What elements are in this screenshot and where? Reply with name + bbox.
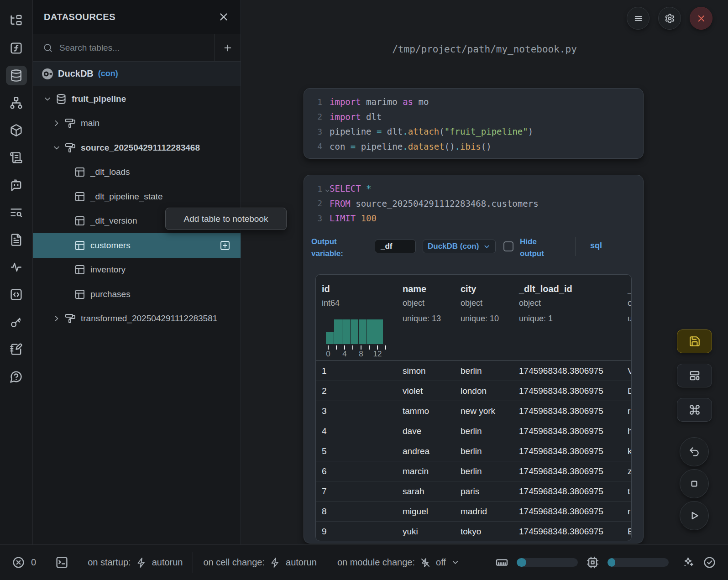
terminal-icon[interactable] [55, 556, 68, 569]
table-row[interactable]: 3tammonew york1745968348.3806975r [316, 401, 632, 421]
code-line[interactable]: 3pipeline = dlt.attach("fruit_pipeline") [304, 124, 643, 139]
table-icon [74, 215, 85, 226]
table-cell: andrea [403, 446, 429, 456]
tree-item-_dlt_loads[interactable]: _dlt_loads [33, 160, 241, 185]
table-row[interactable]: 1simonberlin1745968348.3806975V [316, 361, 632, 381]
activity-item-file-tree[interactable] [6, 11, 27, 31]
activity-item-scroll[interactable] [6, 148, 27, 167]
chevron-right-icon[interactable] [52, 119, 61, 128]
histogram-bar [342, 319, 350, 344]
tree-item-customers[interactable]: customers [33, 233, 241, 258]
sql-editor[interactable]: 1SELECT *2FROM source_202504291112283468… [304, 181, 643, 226]
activity-item-database[interactable] [6, 66, 27, 85]
activity-item-code-square[interactable] [6, 285, 27, 304]
code-line[interactable]: 1import marimo as mo [304, 94, 643, 110]
layout-button[interactable] [677, 364, 712, 387]
activity-item-help-chat[interactable] [6, 367, 27, 387]
code-line[interactable]: 2import dlt [304, 110, 643, 125]
key-icon [10, 315, 23, 329]
fold-chevron-icon[interactable] [324, 188, 330, 194]
activity-item-bot-chat[interactable] [6, 175, 27, 195]
column-header-_dlt_load_id[interactable]: _dlt_load_id [519, 284, 572, 294]
column-header-_dlt_id[interactable]: _dlt_id [628, 284, 632, 294]
tree-item-inventory[interactable]: inventory [33, 258, 241, 282]
activity-item-package[interactable] [6, 120, 27, 140]
runtime-config-value: autorun [152, 557, 183, 568]
sparkles-icon[interactable] [681, 556, 695, 569]
tree-item-fruit_pipeline[interactable]: fruit_pipeline [33, 87, 241, 111]
chevron-down-icon[interactable] [52, 143, 61, 152]
histogram-bar [351, 319, 358, 344]
cpu-icon [586, 556, 599, 569]
layout-icon [689, 370, 701, 381]
engine-row[interactable]: DuckDB (con) [33, 62, 241, 86]
histogram-tick [328, 345, 329, 350]
table-row[interactable]: 8miguelmadrid1745968348.3806975r [316, 501, 632, 521]
shutdown-button[interactable] [690, 7, 712, 30]
tree-item-transformed_202504291112283581[interactable]: transformed_202504291112283581 [33, 307, 241, 331]
file-text-icon [10, 233, 23, 246]
activity-item-activity[interactable] [6, 257, 27, 277]
panel-title: DATASOURCES [44, 12, 115, 22]
table-row[interactable]: 7sarahparis1745968348.3806975t [316, 481, 632, 501]
tree-item-_dlt_pipeline_state[interactable]: _dlt_pipeline_state [33, 184, 241, 209]
code-line[interactable]: 2FROM source_202504291112283468.customer… [304, 196, 643, 211]
runtime-config-1[interactable]: on startup:autorun [88, 557, 183, 568]
chevron-right-icon[interactable] [52, 314, 61, 323]
table-cell: 9 [322, 527, 327, 537]
activity-bar [0, 0, 33, 544]
settings-button[interactable] [658, 7, 681, 30]
close-panel-icon[interactable] [218, 11, 230, 23]
play-button[interactable] [680, 501, 709, 530]
tree-item-label: _dlt_version [90, 216, 137, 226]
table-cell: D [628, 386, 632, 396]
activity-item-key[interactable] [6, 312, 27, 332]
engine-select[interactable]: DuckDB (con) [423, 240, 496, 253]
chevron-down-icon[interactable] [43, 94, 52, 104]
menu-button[interactable] [627, 7, 649, 30]
activity-item-text-search[interactable] [6, 203, 27, 222]
circle-check-icon[interactable] [703, 556, 716, 569]
code-line[interactable]: 3LIMIT 100 [304, 211, 643, 226]
output-variable-input[interactable]: _df [375, 240, 416, 253]
save-button[interactable] [677, 329, 712, 353]
add-datasource-button[interactable] [215, 34, 241, 61]
histogram-bar [334, 319, 342, 344]
runtime-config-3[interactable]: on module change:off [337, 557, 460, 568]
tree-item-source_202504291112283468[interactable]: source_202504291112283468 [33, 136, 241, 160]
table-row[interactable]: 4daveberlin1745968348.3806975h [316, 421, 632, 441]
python-cell[interactable]: 1import marimo as mo2import dlt3pipeline… [304, 88, 644, 159]
tree-item-purchases[interactable]: purchases [33, 282, 241, 307]
column-header-city[interactable]: city [461, 284, 476, 294]
table-icon [74, 167, 85, 178]
table-cell: 8 [322, 507, 327, 517]
undo-button[interactable] [680, 437, 709, 466]
chevron-down-icon [451, 558, 460, 567]
sql-cell[interactable]: 1SELECT *2FROM source_202504291112283468… [304, 175, 644, 543]
paint-roller-icon [65, 313, 76, 324]
search-input[interactable]: Search tables... [33, 34, 215, 61]
activity-item-function-square[interactable] [6, 38, 27, 58]
column-header-name[interactable]: name [403, 284, 426, 294]
bot-chat-icon [10, 178, 23, 192]
code-line[interactable]: 4con = pipeline.dataset().ibis() [304, 139, 643, 154]
column-header-id[interactable]: id [322, 284, 330, 294]
error-indicator[interactable]: 0 [12, 556, 36, 569]
hide-output-checkbox[interactable] [503, 241, 513, 251]
add-table-to-notebook-button[interactable] [220, 240, 230, 251]
table-icon [74, 264, 85, 275]
activity-item-file-text[interactable] [6, 230, 27, 250]
command-button[interactable] [677, 398, 712, 422]
scroll-icon [10, 151, 23, 164]
activity-item-notebook-pen[interactable] [6, 340, 27, 359]
tree-item-main[interactable]: main [33, 111, 241, 136]
table-row[interactable]: 2violetlondon1745968348.3806975D [316, 381, 632, 401]
activity-item-network[interactable] [6, 93, 27, 113]
table-row[interactable]: 6marcinberlin1745968348.3806975z [316, 461, 632, 481]
stop-button[interactable] [680, 469, 709, 498]
error-count: 0 [31, 557, 36, 568]
code-line[interactable]: 1SELECT * [304, 181, 643, 196]
table-row[interactable]: 9yukitokyo1745968348.3806975E [316, 521, 632, 541]
table-row[interactable]: 5andreaberlin1745968348.3806975k [316, 441, 632, 461]
runtime-config-2[interactable]: on cell change:autorun [203, 557, 316, 568]
